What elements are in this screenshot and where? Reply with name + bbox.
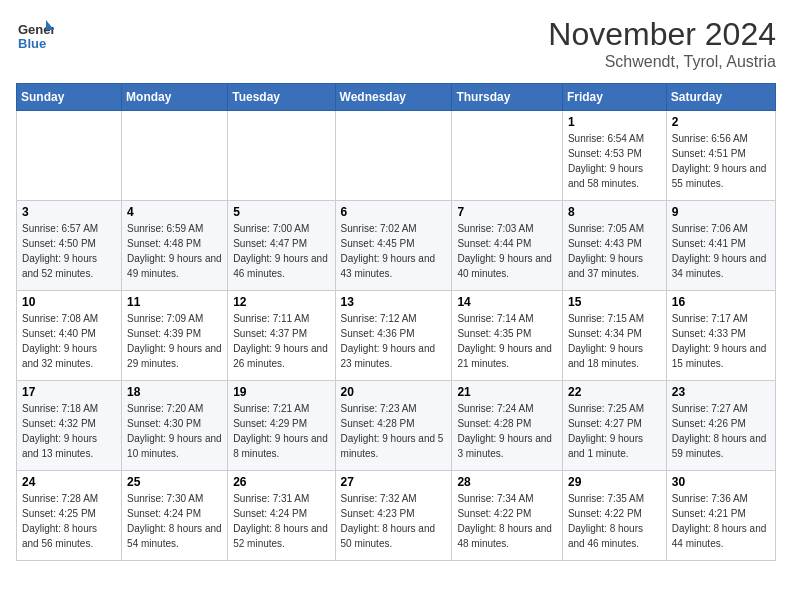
day-number: 25 <box>127 475 222 489</box>
calendar-cell: 3Sunrise: 6:57 AM Sunset: 4:50 PM Daylig… <box>17 201 122 291</box>
calendar-week-row: 1Sunrise: 6:54 AM Sunset: 4:53 PM Daylig… <box>17 111 776 201</box>
calendar-cell: 23Sunrise: 7:27 AM Sunset: 4:26 PM Dayli… <box>666 381 775 471</box>
day-info: Sunrise: 7:20 AM Sunset: 4:30 PM Dayligh… <box>127 401 222 461</box>
day-number: 10 <box>22 295 116 309</box>
day-number: 20 <box>341 385 447 399</box>
day-number: 7 <box>457 205 557 219</box>
calendar-cell <box>228 111 335 201</box>
day-number: 14 <box>457 295 557 309</box>
calendar-cell: 16Sunrise: 7:17 AM Sunset: 4:33 PM Dayli… <box>666 291 775 381</box>
day-info: Sunrise: 7:12 AM Sunset: 4:36 PM Dayligh… <box>341 311 447 371</box>
day-info: Sunrise: 7:28 AM Sunset: 4:25 PM Dayligh… <box>22 491 116 551</box>
calendar-cell: 12Sunrise: 7:11 AM Sunset: 4:37 PM Dayli… <box>228 291 335 381</box>
weekday-header: Sunday <box>17 84 122 111</box>
day-number: 27 <box>341 475 447 489</box>
day-info: Sunrise: 7:05 AM Sunset: 4:43 PM Dayligh… <box>568 221 661 281</box>
day-info: Sunrise: 6:59 AM Sunset: 4:48 PM Dayligh… <box>127 221 222 281</box>
calendar-cell: 13Sunrise: 7:12 AM Sunset: 4:36 PM Dayli… <box>335 291 452 381</box>
calendar-cell: 17Sunrise: 7:18 AM Sunset: 4:32 PM Dayli… <box>17 381 122 471</box>
day-info: Sunrise: 7:14 AM Sunset: 4:35 PM Dayligh… <box>457 311 557 371</box>
day-number: 22 <box>568 385 661 399</box>
weekday-header: Thursday <box>452 84 563 111</box>
day-info: Sunrise: 6:56 AM Sunset: 4:51 PM Dayligh… <box>672 131 770 191</box>
day-number: 23 <box>672 385 770 399</box>
day-info: Sunrise: 7:27 AM Sunset: 4:26 PM Dayligh… <box>672 401 770 461</box>
calendar-cell: 8Sunrise: 7:05 AM Sunset: 4:43 PM Daylig… <box>562 201 666 291</box>
location-title: Schwendt, Tyrol, Austria <box>548 53 776 71</box>
svg-text:Blue: Blue <box>18 36 46 51</box>
day-number: 13 <box>341 295 447 309</box>
weekday-header: Monday <box>122 84 228 111</box>
day-number: 29 <box>568 475 661 489</box>
calendar-cell: 29Sunrise: 7:35 AM Sunset: 4:22 PM Dayli… <box>562 471 666 561</box>
weekday-header: Tuesday <box>228 84 335 111</box>
day-info: Sunrise: 7:24 AM Sunset: 4:28 PM Dayligh… <box>457 401 557 461</box>
day-info: Sunrise: 7:35 AM Sunset: 4:22 PM Dayligh… <box>568 491 661 551</box>
calendar-week-row: 10Sunrise: 7:08 AM Sunset: 4:40 PM Dayli… <box>17 291 776 381</box>
day-info: Sunrise: 7:02 AM Sunset: 4:45 PM Dayligh… <box>341 221 447 281</box>
day-number: 21 <box>457 385 557 399</box>
calendar-cell: 10Sunrise: 7:08 AM Sunset: 4:40 PM Dayli… <box>17 291 122 381</box>
weekday-header: Wednesday <box>335 84 452 111</box>
calendar-cell: 9Sunrise: 7:06 AM Sunset: 4:41 PM Daylig… <box>666 201 775 291</box>
calendar-cell: 28Sunrise: 7:34 AM Sunset: 4:22 PM Dayli… <box>452 471 563 561</box>
calendar-cell: 1Sunrise: 6:54 AM Sunset: 4:53 PM Daylig… <box>562 111 666 201</box>
day-number: 30 <box>672 475 770 489</box>
day-info: Sunrise: 7:30 AM Sunset: 4:24 PM Dayligh… <box>127 491 222 551</box>
calendar-cell: 30Sunrise: 7:36 AM Sunset: 4:21 PM Dayli… <box>666 471 775 561</box>
day-number: 28 <box>457 475 557 489</box>
calendar-table: SundayMondayTuesdayWednesdayThursdayFrid… <box>16 83 776 561</box>
day-number: 16 <box>672 295 770 309</box>
day-info: Sunrise: 7:31 AM Sunset: 4:24 PM Dayligh… <box>233 491 329 551</box>
day-number: 6 <box>341 205 447 219</box>
calendar-cell: 22Sunrise: 7:25 AM Sunset: 4:27 PM Dayli… <box>562 381 666 471</box>
calendar-cell: 25Sunrise: 7:30 AM Sunset: 4:24 PM Dayli… <box>122 471 228 561</box>
calendar-cell: 6Sunrise: 7:02 AM Sunset: 4:45 PM Daylig… <box>335 201 452 291</box>
header: General Blue November 2024 Schwendt, Tyr… <box>16 16 776 71</box>
logo: General Blue <box>16 16 54 58</box>
calendar-cell: 19Sunrise: 7:21 AM Sunset: 4:29 PM Dayli… <box>228 381 335 471</box>
day-info: Sunrise: 7:08 AM Sunset: 4:40 PM Dayligh… <box>22 311 116 371</box>
calendar-week-row: 24Sunrise: 7:28 AM Sunset: 4:25 PM Dayli… <box>17 471 776 561</box>
calendar-cell <box>17 111 122 201</box>
calendar-cell: 27Sunrise: 7:32 AM Sunset: 4:23 PM Dayli… <box>335 471 452 561</box>
calendar-cell: 26Sunrise: 7:31 AM Sunset: 4:24 PM Dayli… <box>228 471 335 561</box>
calendar-cell <box>452 111 563 201</box>
day-number: 2 <box>672 115 770 129</box>
day-info: Sunrise: 7:36 AM Sunset: 4:21 PM Dayligh… <box>672 491 770 551</box>
day-number: 24 <box>22 475 116 489</box>
day-number: 1 <box>568 115 661 129</box>
logo-icon: General Blue <box>16 16 54 54</box>
calendar-cell: 21Sunrise: 7:24 AM Sunset: 4:28 PM Dayli… <box>452 381 563 471</box>
calendar-cell: 11Sunrise: 7:09 AM Sunset: 4:39 PM Dayli… <box>122 291 228 381</box>
day-info: Sunrise: 7:17 AM Sunset: 4:33 PM Dayligh… <box>672 311 770 371</box>
day-number: 18 <box>127 385 222 399</box>
day-info: Sunrise: 7:15 AM Sunset: 4:34 PM Dayligh… <box>568 311 661 371</box>
day-info: Sunrise: 7:32 AM Sunset: 4:23 PM Dayligh… <box>341 491 447 551</box>
calendar-cell: 14Sunrise: 7:14 AM Sunset: 4:35 PM Dayli… <box>452 291 563 381</box>
calendar-cell: 4Sunrise: 6:59 AM Sunset: 4:48 PM Daylig… <box>122 201 228 291</box>
day-info: Sunrise: 6:54 AM Sunset: 4:53 PM Dayligh… <box>568 131 661 191</box>
day-info: Sunrise: 7:03 AM Sunset: 4:44 PM Dayligh… <box>457 221 557 281</box>
calendar-week-row: 3Sunrise: 6:57 AM Sunset: 4:50 PM Daylig… <box>17 201 776 291</box>
day-number: 12 <box>233 295 329 309</box>
calendar-cell <box>335 111 452 201</box>
calendar-cell: 2Sunrise: 6:56 AM Sunset: 4:51 PM Daylig… <box>666 111 775 201</box>
day-number: 19 <box>233 385 329 399</box>
day-info: Sunrise: 7:21 AM Sunset: 4:29 PM Dayligh… <box>233 401 329 461</box>
weekday-header: Saturday <box>666 84 775 111</box>
day-number: 3 <box>22 205 116 219</box>
day-number: 4 <box>127 205 222 219</box>
calendar-cell: 20Sunrise: 7:23 AM Sunset: 4:28 PM Dayli… <box>335 381 452 471</box>
month-title: November 2024 <box>548 16 776 53</box>
day-info: Sunrise: 7:18 AM Sunset: 4:32 PM Dayligh… <box>22 401 116 461</box>
day-info: Sunrise: 7:25 AM Sunset: 4:27 PM Dayligh… <box>568 401 661 461</box>
calendar-cell <box>122 111 228 201</box>
calendar-cell: 15Sunrise: 7:15 AM Sunset: 4:34 PM Dayli… <box>562 291 666 381</box>
day-info: Sunrise: 7:06 AM Sunset: 4:41 PM Dayligh… <box>672 221 770 281</box>
day-number: 9 <box>672 205 770 219</box>
day-info: Sunrise: 7:09 AM Sunset: 4:39 PM Dayligh… <box>127 311 222 371</box>
day-number: 8 <box>568 205 661 219</box>
day-number: 26 <box>233 475 329 489</box>
day-number: 5 <box>233 205 329 219</box>
